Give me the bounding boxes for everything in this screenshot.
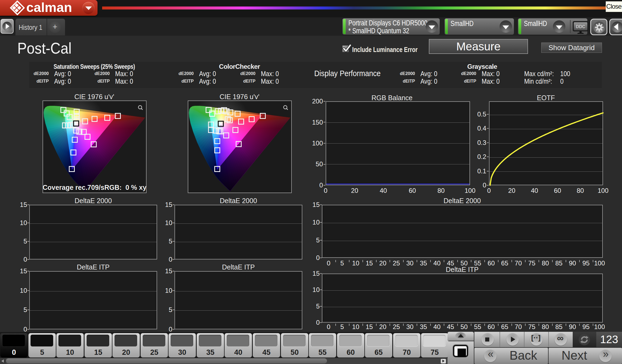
svg-text:DDC: DDC (576, 24, 585, 29)
